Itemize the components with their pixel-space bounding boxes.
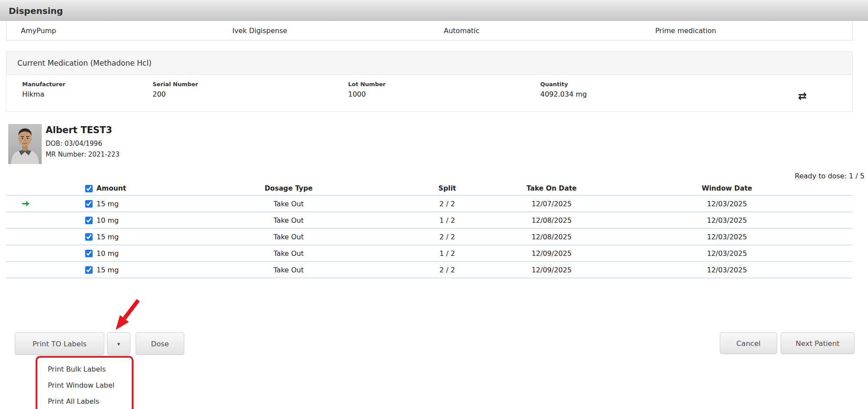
row-checkbox[interactable] (85, 266, 93, 274)
lot-number-field: Lot Number 1000 (348, 81, 540, 111)
row-split: 2 / 2 (393, 266, 502, 274)
table-row: 15 mg Take Out 2 / 2 12/07/2025 12/03/20… (6, 196, 852, 212)
row-take-on-date: 12/08/2025 (502, 233, 602, 241)
row-amount: 15 mg (96, 200, 119, 208)
row-amount: 10 mg (96, 216, 119, 225)
split-column-label: Split (393, 184, 502, 192)
table-row: 15 mg Take Out 2 / 2 12/08/2025 12/03/20… (6, 229, 852, 245)
cancel-button[interactable]: Cancel (720, 332, 777, 354)
row-window-date: 12/03/2025 (602, 266, 852, 274)
row-window-date: 12/03/2025 (602, 249, 852, 258)
row-dosage-type: Take Out (184, 200, 393, 208)
table-row: 10 mg Take Out 1 / 2 12/09/2025 12/03/20… (6, 245, 852, 262)
quantity-field: Quantity 4092.034 mg (540, 81, 752, 111)
row-split: 2 / 2 (393, 233, 502, 241)
manufacturer-field: Manufacturer Hikma (7, 81, 153, 111)
patient-block: Albert TEST3 DOB: 03/04/1996 MR Number: … (8, 124, 853, 164)
quantity-label: Quantity (540, 81, 752, 87)
row-window-date: 12/03/2025 (602, 233, 852, 241)
page-title: Dispensing (0, 0, 868, 21)
serial-number-label: Serial Number (153, 81, 348, 87)
row-window-date: 12/03/2025 (602, 200, 852, 208)
row-take-on-date: 12/09/2025 (502, 266, 602, 274)
row-split: 1 / 2 (393, 249, 502, 258)
row-checkbox[interactable] (85, 200, 93, 208)
table-row: 15 mg Take Out 2 / 2 12/09/2025 12/03/20… (6, 262, 852, 278)
device-name: AmyPump (7, 27, 218, 35)
patient-dob: DOB: 03/04/1996 (46, 140, 120, 148)
action-bar-right: CancelNext Patient (720, 332, 855, 354)
swap-cell: ⇄ (752, 81, 852, 111)
device-info-row: AmyPump Ivek Digispense Automatic Prime … (6, 21, 853, 40)
take-on-date-column-label: Take On Date (502, 184, 602, 192)
menu-item-print-bulk-labels[interactable]: Print Bulk Labels (37, 361, 132, 377)
row-dosage-type: Take Out (184, 216, 393, 225)
serial-number-value: 200 (153, 90, 348, 98)
print-options-dropdown-button[interactable]: ▾ (107, 332, 130, 355)
action-bar: Print TO Labels▾Dose CancelNext Patient (0, 332, 868, 355)
ready-to-dose-counter: Ready to dose: 1 / 5 (6, 172, 865, 180)
green-right-arrow-icon (21, 199, 30, 208)
row-dosage-type: Take Out (184, 266, 393, 274)
row-checkbox[interactable] (85, 217, 93, 224)
row-checkbox[interactable] (85, 250, 93, 257)
window-date-column-label: Window Date (602, 184, 852, 192)
header-amount: Amount (45, 184, 184, 192)
row-dosage-type: Take Out (184, 249, 393, 258)
prime-medication-label: Prime medication (641, 27, 853, 35)
patient-name: Albert TEST3 (46, 125, 120, 135)
row-amount: 15 mg (96, 233, 119, 241)
quantity-value: 4092.034 mg (540, 90, 752, 98)
dose-table-header: Amount Dosage Type Split Take On Date Wi… (6, 182, 852, 196)
current-medication-fields: Manufacturer Hikma Serial Number 200 Lot… (7, 75, 852, 111)
print-to-labels-button[interactable]: Print TO Labels (15, 332, 104, 355)
swap-medication-icon[interactable]: ⇄ (798, 91, 807, 101)
row-dosage-type: Take Out (184, 233, 393, 241)
patient-mr-number: MR Number: 2021-223 (46, 151, 120, 158)
current-medication-title: Current Medication (Methadone Hcl) (7, 52, 852, 75)
row-split: 1 / 2 (393, 216, 502, 225)
red-annotation-arrow-icon (110, 298, 145, 334)
patient-portrait-illustration (8, 124, 42, 164)
dosage-type-column-label: Dosage Type (184, 184, 393, 192)
dispense-mode: Automatic (429, 27, 641, 35)
current-dose-indicator (6, 199, 45, 208)
manufacturer-value: Hikma (22, 90, 153, 98)
lot-number-label: Lot Number (348, 81, 540, 87)
menu-item-print-all-labels[interactable]: Print All Labels (37, 393, 132, 409)
patient-photo (8, 124, 42, 164)
row-amount: 10 mg (96, 249, 119, 258)
row-window-date: 12/03/2025 (602, 216, 852, 225)
print-options-menu: Print Bulk Labels Print Window Label Pri… (36, 356, 133, 409)
select-all-checkbox[interactable] (85, 185, 93, 192)
row-checkbox[interactable] (85, 233, 93, 241)
dose-button[interactable]: Dose (136, 332, 184, 355)
action-bar-left: Print TO Labels▾Dose (15, 332, 184, 355)
menu-item-print-window-label[interactable]: Print Window Label (37, 377, 132, 393)
manufacturer-label: Manufacturer (22, 81, 153, 87)
chevron-down-icon: ▾ (117, 341, 120, 347)
table-row: 10 mg Take Out 1 / 2 12/08/2025 12/03/20… (6, 212, 852, 229)
serial-number-field: Serial Number 200 (153, 81, 348, 111)
row-split: 2 / 2 (393, 200, 502, 208)
row-take-on-date: 12/09/2025 (502, 249, 602, 258)
row-take-on-date: 12/08/2025 (502, 216, 602, 225)
dispenser-name: Ivek Digispense (218, 27, 430, 35)
row-take-on-date: 12/07/2025 (502, 200, 602, 208)
row-amount: 15 mg (96, 266, 119, 274)
dose-table: Amount Dosage Type Split Take On Date Wi… (6, 182, 852, 278)
patient-info: Albert TEST3 DOB: 03/04/1996 MR Number: … (42, 124, 120, 164)
current-medication-panel: Current Medication (Methadone Hcl) Manuf… (6, 51, 853, 112)
amount-column-label: Amount (96, 184, 126, 192)
next-patient-button[interactable]: Next Patient (781, 332, 855, 354)
lot-number-value: 1000 (348, 90, 540, 98)
